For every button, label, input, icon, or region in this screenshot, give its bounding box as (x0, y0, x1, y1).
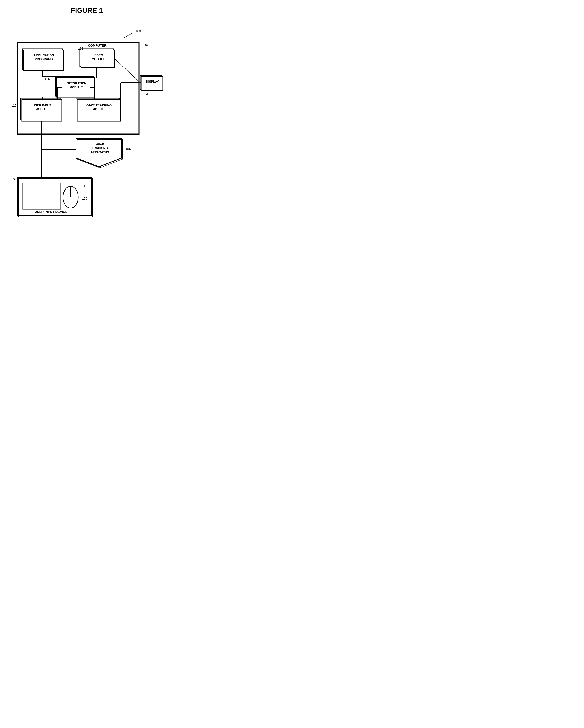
ref-110: 110 (82, 184, 87, 188)
svg-rect-13 (141, 77, 163, 90)
svg-point-39 (63, 186, 78, 208)
svg-line-18 (115, 59, 140, 83)
integration-module-label: INTEGRATIONMODULE (58, 81, 94, 89)
gaze-tracking-apparatus-label: GAZETRACKINGAPPARATUS (81, 142, 119, 155)
ref-104: 104 (126, 147, 131, 151)
svg-line-0 (123, 33, 133, 38)
ref-122: 122 (78, 47, 83, 50)
display-label: DISPLAY (143, 80, 162, 83)
ref-108: 108 (11, 178, 16, 181)
svg-rect-38 (23, 183, 61, 209)
ref-106: 106 (82, 197, 87, 200)
ref-100: 100 (136, 29, 141, 33)
ref-114: 114 (45, 77, 50, 81)
ref-112: 112 (11, 53, 16, 57)
ref-118: 118 (95, 98, 100, 102)
computer-label: COMPUTER (88, 44, 107, 47)
ref-116: 116 (11, 104, 16, 107)
ref-102: 102 (143, 44, 148, 47)
gaze-tracking-module-label: GAZE TRACKINGMODULE (78, 103, 120, 111)
application-programs-label: APPLICATIONPROGRAMS (25, 53, 63, 61)
video-module-label: VIDEOMODULE (83, 53, 114, 61)
user-input-device-label: USER INPUT DEVICE (22, 210, 80, 213)
user-input-module-label: USER INPUTMODULE (23, 103, 61, 111)
figure-title: FIGURE 1 (4, 6, 169, 15)
ref-120: 120 (144, 93, 149, 96)
